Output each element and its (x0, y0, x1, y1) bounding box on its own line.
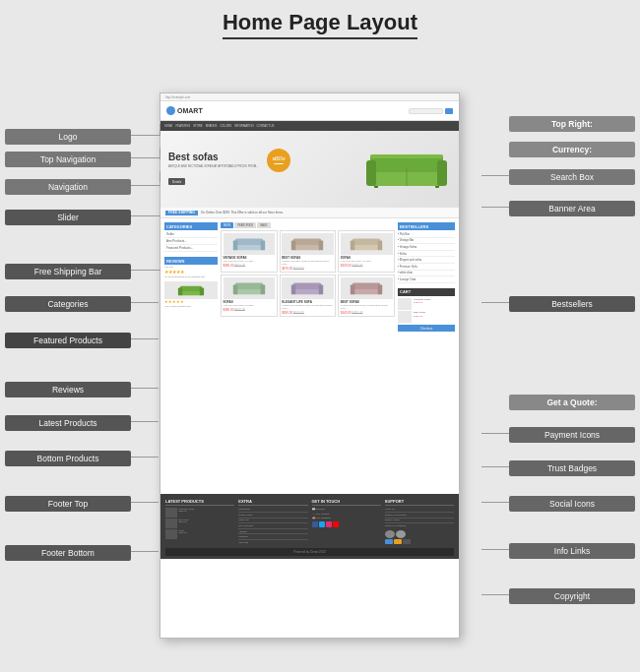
page-title: Home Page Layout (223, 10, 417, 39)
svg-rect-33 (352, 282, 381, 288)
svg-rect-25 (234, 282, 263, 288)
mock-navbar: HOME FEATURES STORE BRANDS COLORS INFORM… (160, 121, 459, 131)
label-free-shipping: Free Shipping Bar (5, 264, 131, 279)
svg-rect-30 (291, 284, 296, 294)
svg-rect-23 (378, 240, 383, 250)
svg-rect-27 (261, 284, 266, 294)
svg-rect-11 (200, 287, 204, 295)
svg-rect-17 (293, 238, 322, 244)
mock-banner-btn[interactable]: Details (168, 178, 185, 185)
svg-rect-13 (234, 238, 263, 244)
svg-rect-19 (319, 240, 324, 250)
label-payment-icons: Payment Icons (509, 427, 635, 443)
svg-rect-21 (352, 238, 381, 244)
layout-area: http://example.com OMART HOME FEATURES S… (0, 45, 640, 665)
mock-price-badge: Special $450.00 $550.00 (267, 149, 290, 172)
svg-rect-15 (261, 240, 266, 250)
label-bottom-products: Bottom Products (5, 451, 131, 466)
svg-rect-7 (370, 154, 443, 158)
label-top-right-header: Top Right: (509, 116, 635, 132)
svg-rect-5 (437, 160, 447, 186)
label-logo: Logo (5, 129, 131, 145)
mock-footer: LATEST PRODUCTS Premium Sofas$450.00 Bar… (160, 494, 459, 559)
svg-rect-22 (351, 240, 355, 250)
label-banner-area: Banner Area (509, 201, 635, 216)
svg-rect-14 (233, 240, 238, 250)
mock-main-content: CATEGORIES Sofas Arm Products... Feature… (160, 218, 459, 494)
svg-rect-18 (291, 240, 296, 250)
mock-products-area: NEW FEATURED SALE (221, 222, 395, 490)
label-bestsellers: Bestsellers (509, 296, 635, 312)
mock-banner: Best sofas ANTIQUE AND SECTIONAL SOFAS A… (160, 131, 459, 208)
mock-topbar: http://example.com (160, 93, 459, 101)
label-featured-products: Featured Products (5, 333, 131, 348)
svg-rect-10 (178, 287, 182, 295)
label-info-links: Info Links (509, 543, 635, 559)
svg-rect-9 (180, 286, 203, 291)
label-navigation: Navigation (5, 179, 131, 195)
label-trust-badges: Trust Badges (509, 460, 635, 476)
mock-banner-subtitle: ANTIQUE AND SECTIONAL SOFAS AT AFFORDABL… (168, 165, 258, 169)
label-reviews: Reviews (5, 382, 131, 397)
mock-shipping-bar: FREE SHIPPING On Orders Over $199. This … (160, 208, 459, 218)
label-footer-bottom: Footer Bottom (5, 545, 131, 561)
svg-rect-31 (319, 284, 324, 294)
label-social-icons: Social Icons (509, 496, 635, 512)
svg-rect-4 (366, 160, 376, 186)
label-get-quote: Get a Quote: (509, 395, 635, 410)
label-footer-top: Footer Top (5, 496, 131, 512)
svg-rect-26 (233, 284, 238, 294)
mock-header: OMART (160, 101, 459, 121)
label-latest-products: Latest Products (5, 415, 131, 431)
mock-footer-bottom: Powered by Omart 2013 (165, 548, 454, 556)
label-categories: Categories (5, 296, 131, 312)
svg-rect-34 (351, 284, 355, 294)
svg-rect-29 (293, 282, 322, 288)
mock-right-sidebar: BESTSELLERS • Pub Bar • Vintage Bar • Vi… (398, 222, 455, 490)
website-mockup: http://example.com OMART HOME FEATURES S… (160, 92, 460, 639)
mock-sofa-illustration (362, 141, 451, 200)
label-top-nav: Top Navigation (5, 152, 131, 167)
label-search-box: Search Box (509, 169, 635, 185)
label-copyright: Copyright (509, 588, 635, 604)
mock-left-sidebar: CATEGORIES Sofas Arm Products... Feature… (164, 222, 218, 490)
mock-logo: OMART (177, 107, 203, 114)
label-currency: Currency: (509, 142, 635, 157)
page-wrapper: Home Page Layout http://example.com OMAR… (0, 0, 640, 672)
svg-rect-35 (378, 284, 383, 294)
mock-banner-title: Best sofas (168, 152, 258, 163)
label-slider: Slider (5, 210, 131, 225)
